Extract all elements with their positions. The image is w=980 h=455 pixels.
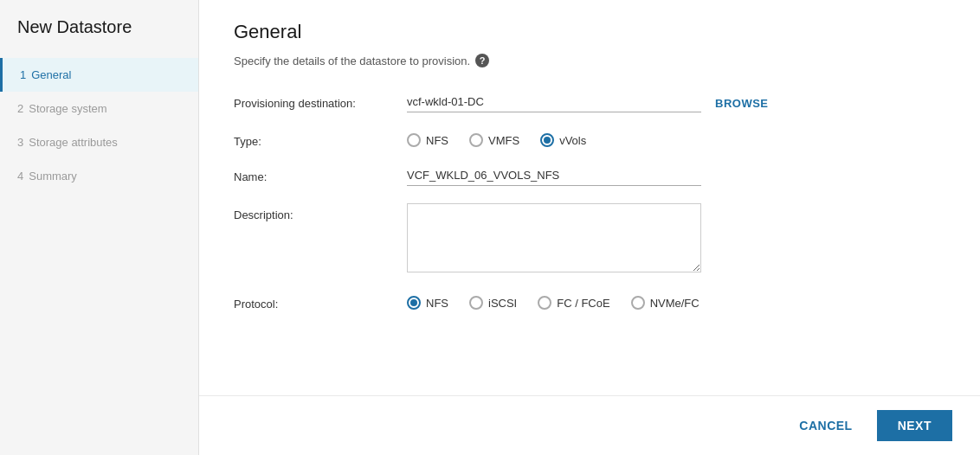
protocol-nvme-fc-label: NVMe/FC (650, 297, 700, 310)
next-button[interactable]: NEXT (877, 410, 952, 441)
type-vvols-label: vVols (559, 134, 586, 147)
protocol-iscsi-label: iSCSI (488, 297, 517, 310)
subtitle-text: Specify the details of the datastore to … (234, 54, 470, 67)
sidebar-title: New Datastore (0, 17, 198, 58)
description-field (407, 203, 945, 275)
protocol-field: NFS iSCSI FC / FCoE NVMe/FC (407, 292, 945, 310)
name-field (407, 165, 945, 186)
protocol-row: Protocol: NFS iSCSI FC / FCoE NVMe/FC (234, 292, 945, 311)
sidebar-item-general[interactable]: 1 General (0, 58, 198, 92)
type-label: Type: (234, 130, 407, 148)
type-row: Type: NFS VMFS vVols (234, 130, 945, 148)
protocol-nfs-label: NFS (426, 297, 448, 310)
type-radio-nfs[interactable] (407, 133, 421, 147)
provisioning-destination-field: BROWSE (407, 92, 945, 112)
main-content: General Specify the details of the datas… (199, 0, 980, 455)
provisioning-destination-label: Provisioning destination: (234, 92, 407, 110)
type-vmfs-label: VMFS (488, 134, 519, 147)
sidebar-label-storage-attributes: Storage attributes (29, 136, 118, 149)
name-row: Name: (234, 165, 945, 186)
description-label: Description: (234, 203, 407, 221)
footer: CANCEL NEXT (199, 395, 980, 455)
name-input[interactable] (407, 165, 701, 186)
sidebar-step-3: 3 (17, 136, 23, 149)
sidebar-step-1: 1 (20, 68, 26, 81)
help-icon[interactable]: ? (475, 54, 489, 67)
protocol-option-iscsi[interactable]: iSCSI (469, 296, 517, 310)
sidebar: New Datastore 1 General 2 Storage system… (0, 0, 199, 455)
name-label: Name: (234, 165, 407, 183)
protocol-label: Protocol: (234, 292, 407, 311)
protocol-radio-group: NFS iSCSI FC / FCoE NVMe/FC (407, 292, 945, 310)
type-option-vvols[interactable]: vVols (540, 133, 586, 147)
sidebar-item-storage-attributes[interactable]: 3 Storage attributes (0, 125, 198, 159)
protocol-radio-nfs[interactable] (407, 296, 421, 310)
protocol-radio-iscsi[interactable] (469, 296, 483, 310)
type-option-vmfs[interactable]: VMFS (469, 133, 519, 147)
provisioning-destination-row: Provisioning destination: BROWSE (234, 92, 945, 112)
type-option-nfs[interactable]: NFS (407, 133, 448, 147)
protocol-option-nvme-fc[interactable]: NVMe/FC (631, 296, 700, 310)
protocol-option-fc-fcoe[interactable]: FC / FCoE (538, 296, 609, 310)
prov-field-wrap (407, 92, 701, 112)
protocol-radio-fc-fcoe[interactable] (538, 296, 551, 310)
description-input[interactable] (407, 203, 701, 272)
page-title: General (234, 21, 945, 43)
type-nfs-label: NFS (426, 134, 448, 147)
protocol-option-nfs[interactable]: NFS (407, 296, 448, 310)
cancel-button[interactable]: CANCEL (785, 412, 866, 439)
sidebar-item-summary[interactable]: 4 Summary (0, 159, 198, 193)
sidebar-label-general: General (31, 68, 71, 81)
browse-button[interactable]: BROWSE (715, 92, 769, 110)
sidebar-item-storage-system[interactable]: 2 Storage system (0, 92, 198, 125)
type-radio-group: NFS VMFS vVols (407, 130, 945, 147)
type-field: NFS VMFS vVols (407, 130, 945, 147)
description-row: Description: (234, 203, 945, 275)
sidebar-label-storage-system: Storage system (29, 102, 106, 115)
sidebar-label-summary: Summary (29, 170, 77, 183)
type-radio-vmfs[interactable] (469, 133, 483, 147)
type-radio-vvols[interactable] (540, 133, 554, 147)
sidebar-step-4: 4 (17, 170, 23, 183)
protocol-radio-nvme-fc[interactable] (631, 296, 645, 310)
protocol-fc-fcoe-label: FC / FCoE (557, 297, 609, 310)
provisioning-destination-input[interactable] (407, 92, 701, 112)
sidebar-step-2: 2 (17, 102, 23, 115)
form-subtitle: Specify the details of the datastore to … (234, 54, 945, 67)
